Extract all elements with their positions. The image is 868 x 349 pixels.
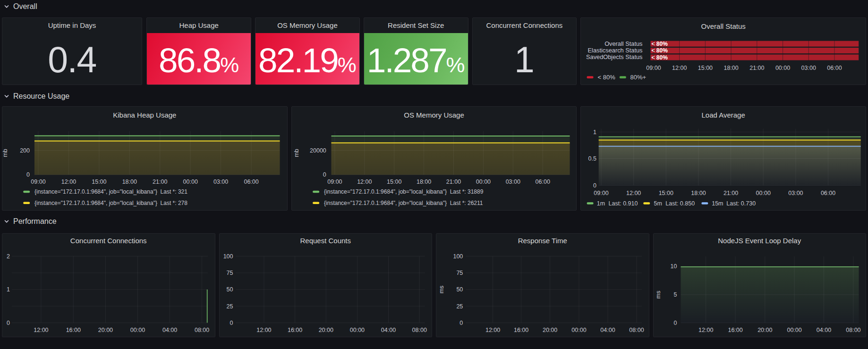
svg-text:ms: ms xyxy=(655,291,662,299)
svg-text:25: 25 xyxy=(226,303,233,310)
svg-text:80%+: 80%+ xyxy=(630,74,647,81)
svg-text:50: 50 xyxy=(456,287,463,293)
svg-text:50: 50 xyxy=(226,287,233,293)
svg-text:0: 0 xyxy=(323,171,326,178)
svg-text:04:00: 04:00 xyxy=(600,327,615,333)
svg-text:21:00: 21:00 xyxy=(153,178,167,185)
svg-text:21:00: 21:00 xyxy=(723,189,738,196)
svg-text:5m: 5m xyxy=(654,200,662,206)
svg-text:12:00: 12:00 xyxy=(357,178,372,185)
svg-text:00:00: 00:00 xyxy=(787,327,801,333)
svg-text:04:00: 04:00 xyxy=(816,327,831,333)
svg-text:1m: 1m xyxy=(597,200,605,206)
svg-text:5: 5 xyxy=(673,292,677,298)
svg-text:0: 0 xyxy=(7,320,10,326)
svg-text:10: 10 xyxy=(670,264,677,270)
svg-text:1: 1 xyxy=(7,287,10,293)
svg-text:20:00: 20:00 xyxy=(98,327,113,333)
svg-text:08:00: 08:00 xyxy=(846,327,860,333)
svg-text:20:00: 20:00 xyxy=(757,327,772,333)
svg-text:12:00: 12:00 xyxy=(485,327,500,333)
svg-text:16:00: 16:00 xyxy=(514,327,528,333)
svg-text:16:00: 16:00 xyxy=(287,327,302,333)
svg-text:00:00: 00:00 xyxy=(130,327,145,333)
svg-text:00:00: 00:00 xyxy=(756,189,771,196)
svg-text:04:00: 04:00 xyxy=(381,327,395,333)
svg-text:Elasticsearch Status: Elasticsearch Status xyxy=(588,47,643,54)
svg-text:ms: ms xyxy=(438,286,445,294)
svg-text:{instance="172.17.0.1:9684", j: {instance="172.17.0.1:9684", job="local_… xyxy=(34,200,187,206)
svg-text:< 80%: < 80% xyxy=(598,74,616,81)
svg-text:0: 0 xyxy=(593,182,596,188)
svg-text:< 80%: < 80% xyxy=(652,41,668,47)
svg-text:04:00: 04:00 xyxy=(162,327,177,333)
svg-text:{instance="172.17.0.1:9684", j: {instance="172.17.0.1:9684", job="local_… xyxy=(324,200,483,206)
svg-text:15:00: 15:00 xyxy=(387,178,401,185)
svg-text:18:00: 18:00 xyxy=(691,189,706,196)
svg-text:1: 1 xyxy=(593,128,596,135)
svg-text:00:00: 00:00 xyxy=(349,327,364,333)
svg-text:08:00: 08:00 xyxy=(629,327,644,333)
svg-text:20:00: 20:00 xyxy=(318,327,333,333)
svg-text:21:00: 21:00 xyxy=(446,178,461,185)
svg-text:15m: 15m xyxy=(712,200,723,206)
svg-text:{instance="172.17.0.1:9684", j: {instance="172.17.0.1:9684", job="local_… xyxy=(34,188,187,195)
svg-text:16:00: 16:00 xyxy=(66,327,81,333)
svg-text:0: 0 xyxy=(460,320,463,326)
svg-text:06:00: 06:00 xyxy=(821,189,835,196)
svg-text:100: 100 xyxy=(453,253,463,260)
svg-text:200: 200 xyxy=(20,147,30,153)
svg-text:15:00: 15:00 xyxy=(698,65,713,71)
svg-text:06:00: 06:00 xyxy=(535,178,550,185)
svg-text:06:00: 06:00 xyxy=(827,65,842,71)
svg-text:00:00: 00:00 xyxy=(571,327,586,333)
svg-text:18:00: 18:00 xyxy=(417,178,431,185)
svg-text:20000: 20000 xyxy=(310,147,326,153)
svg-text:03:00: 03:00 xyxy=(789,189,803,196)
svg-text:16:00: 16:00 xyxy=(728,327,742,333)
svg-text:75: 75 xyxy=(456,270,463,276)
svg-text:09:00: 09:00 xyxy=(647,65,661,71)
svg-text:Last: 0.850: Last: 0.850 xyxy=(666,200,695,206)
svg-text:00:00: 00:00 xyxy=(183,178,198,185)
svg-text:09:00: 09:00 xyxy=(31,178,45,185)
svg-text:08:00: 08:00 xyxy=(412,327,426,333)
svg-text:{instance="172.17.0.1:9684", j: {instance="172.17.0.1:9684", job="local_… xyxy=(324,188,484,195)
svg-text:03:00: 03:00 xyxy=(801,65,816,71)
svg-text:mb: mb xyxy=(293,149,300,157)
svg-text:0: 0 xyxy=(26,171,30,178)
svg-text:15:00: 15:00 xyxy=(659,189,673,196)
svg-text:0: 0 xyxy=(673,320,677,326)
svg-text:< 80%: < 80% xyxy=(652,47,668,54)
svg-text:00:00: 00:00 xyxy=(775,65,790,71)
svg-text:SavedObjects Status: SavedObjects Status xyxy=(586,53,643,60)
svg-text:20:00: 20:00 xyxy=(543,327,557,333)
svg-text:75: 75 xyxy=(226,270,233,276)
svg-text:12:00: 12:00 xyxy=(698,327,713,333)
svg-text:Overall Status: Overall Status xyxy=(604,40,642,47)
svg-text:12:00: 12:00 xyxy=(61,178,76,185)
svg-text:12:00: 12:00 xyxy=(626,189,641,196)
svg-text:0.5: 0.5 xyxy=(588,155,596,162)
svg-text:08:00: 08:00 xyxy=(195,327,209,333)
svg-text:Last: 0.910: Last: 0.910 xyxy=(609,200,638,206)
svg-text:15:00: 15:00 xyxy=(92,178,106,185)
svg-text:21:00: 21:00 xyxy=(749,65,764,71)
svg-text:12:00: 12:00 xyxy=(256,327,271,333)
svg-text:09:00: 09:00 xyxy=(327,178,342,185)
svg-text:100: 100 xyxy=(223,253,233,260)
svg-text:0: 0 xyxy=(230,320,233,326)
svg-text:18:00: 18:00 xyxy=(724,65,739,71)
svg-text:25: 25 xyxy=(456,303,463,310)
svg-text:< 80%: < 80% xyxy=(652,54,668,61)
svg-text:12:00: 12:00 xyxy=(672,65,687,71)
svg-text:Last: 0.730: Last: 0.730 xyxy=(727,200,756,206)
svg-text:09:00: 09:00 xyxy=(594,189,609,196)
svg-text:12:00: 12:00 xyxy=(34,327,48,333)
svg-text:03:00: 03:00 xyxy=(505,178,520,185)
svg-text:03:00: 03:00 xyxy=(213,178,228,185)
svg-text:06:00: 06:00 xyxy=(244,178,258,185)
svg-text:00:00: 00:00 xyxy=(476,178,490,185)
svg-text:2: 2 xyxy=(7,253,10,260)
svg-text:mb: mb xyxy=(2,149,9,157)
